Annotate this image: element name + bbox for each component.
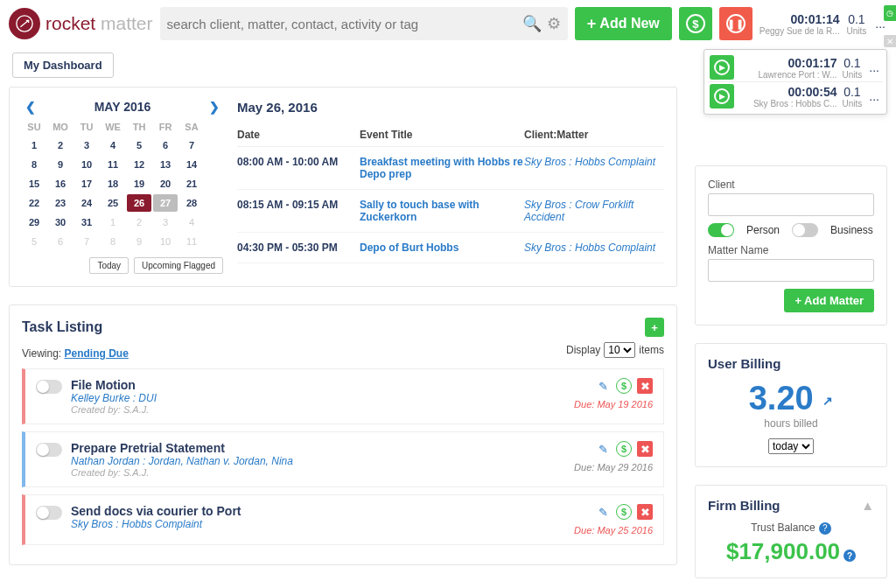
cal-day[interactable]: 9: [127, 233, 151, 250]
cal-day[interactable]: 27: [153, 194, 178, 212]
collapse-icon[interactable]: ▲: [861, 498, 874, 513]
logo[interactable]: rocket matter: [9, 8, 153, 39]
timer-pause-button[interactable]: ❚❚: [719, 7, 752, 40]
edit-icon[interactable]: ✎: [595, 504, 611, 520]
col-title: Event Title: [360, 129, 524, 141]
event-row: 08:00 AM - 10:00 AMBreakfast meeting wit…: [237, 147, 664, 190]
cal-day[interactable]: 4: [179, 214, 204, 231]
task-toggle[interactable]: [36, 443, 62, 457]
cal-day[interactable]: 17: [74, 175, 99, 192]
cal-day[interactable]: 11: [101, 156, 125, 173]
event-title[interactable]: Breakfast meeting with Hobbs re Depo pre…: [360, 156, 524, 180]
cal-day[interactable]: 2: [127, 214, 151, 231]
task-toggle[interactable]: [36, 506, 62, 520]
cal-day[interactable]: 6: [48, 233, 73, 250]
timer-menu[interactable]: ...: [867, 60, 881, 74]
cal-today-button[interactable]: Today: [89, 257, 129, 274]
stopwatch-tab[interactable]: ◷: [884, 5, 896, 21]
cal-day[interactable]: 7: [179, 136, 204, 154]
cal-day[interactable]: 8: [101, 233, 125, 250]
cal-day[interactable]: 26: [127, 194, 151, 212]
cal-day[interactable]: 13: [153, 156, 178, 173]
cal-day[interactable]: 15: [22, 175, 46, 192]
cal-day[interactable]: 30: [48, 214, 73, 231]
cal-day[interactable]: 2: [48, 136, 73, 154]
cal-day[interactable]: 11: [179, 233, 204, 250]
cal-day[interactable]: 1: [22, 136, 46, 154]
cal-flagged-button[interactable]: Upcoming Flagged: [134, 257, 223, 274]
event-title[interactable]: Depo of Burt Hobbs: [360, 242, 524, 254]
client-input[interactable]: [708, 193, 874, 216]
task-client-matter[interactable]: Nathan Jordan : Jordan, Nathan v. Jordan…: [71, 455, 565, 467]
delete-icon[interactable]: ✖: [637, 378, 653, 394]
event-title[interactable]: Sally to touch base with Zuckerkorn: [360, 199, 524, 223]
timer-menu[interactable]: ...: [867, 89, 881, 103]
gear-icon[interactable]: ⚙: [547, 14, 561, 33]
search-icon[interactable]: 🔍: [522, 14, 542, 33]
cal-day[interactable]: 5: [127, 136, 151, 154]
cal-day[interactable]: 31: [74, 214, 99, 231]
task-listing-title: Task Listing: [22, 319, 102, 335]
cal-prev-button[interactable]: ❮: [25, 100, 36, 114]
cal-day[interactable]: 5: [22, 233, 46, 250]
cal-day[interactable]: 3: [153, 214, 178, 231]
external-link-icon[interactable]: ↗: [822, 394, 833, 408]
matter-name-input[interactable]: [708, 259, 874, 282]
search-bar[interactable]: 🔍 ⚙: [160, 7, 568, 40]
search-input[interactable]: [167, 17, 522, 32]
cal-day[interactable]: 20: [153, 175, 178, 192]
help-icon[interactable]: ?: [819, 522, 831, 535]
bill-icon[interactable]: $: [616, 441, 632, 457]
main-timer-display[interactable]: 00:01:14 Peggy Sue de la R...: [760, 12, 840, 36]
cal-day[interactable]: 4: [101, 136, 125, 154]
task-client-matter[interactable]: Kelley Burke : DUI: [71, 392, 565, 404]
cal-day[interactable]: 28: [179, 194, 204, 212]
cal-day[interactable]: 23: [48, 194, 73, 212]
billing-button[interactable]: $: [679, 7, 712, 40]
add-matter-button[interactable]: Add Matter: [784, 289, 874, 312]
timer-play-button[interactable]: ▶: [710, 55, 734, 80]
cal-day[interactable]: 25: [101, 194, 125, 212]
bill-icon[interactable]: $: [616, 504, 632, 520]
bill-icon[interactable]: $: [616, 378, 632, 394]
display-count-select[interactable]: 10: [604, 342, 635, 358]
timer-play-button[interactable]: ▶: [710, 84, 734, 108]
task-toggle[interactable]: [36, 380, 62, 394]
trust-balance-amount: $17,900.00: [726, 538, 840, 564]
task-viewing-link[interactable]: Pending Due: [64, 347, 128, 360]
user-billing-period-select[interactable]: today: [768, 438, 814, 454]
cal-day[interactable]: 9: [48, 156, 73, 173]
add-new-button[interactable]: +Add New: [575, 7, 672, 40]
help-icon[interactable]: ?: [844, 550, 856, 562]
cal-day[interactable]: 1: [101, 214, 125, 231]
cal-day[interactable]: 19: [127, 175, 151, 192]
cal-day[interactable]: 29: [22, 214, 46, 231]
cal-day[interactable]: 21: [179, 175, 204, 192]
delete-icon[interactable]: ✖: [637, 504, 653, 520]
cal-day[interactable]: 18: [101, 175, 125, 192]
event-client-matter[interactable]: Sky Bros : Crow Forklift Accident: [524, 199, 664, 223]
business-toggle[interactable]: [792, 223, 818, 237]
cal-day[interactable]: 22: [22, 194, 46, 212]
close-timer-button[interactable]: ✕: [884, 35, 896, 47]
cal-day[interactable]: 16: [48, 175, 73, 192]
cal-day[interactable]: 24: [74, 194, 99, 212]
event-client-matter[interactable]: Sky Bros : Hobbs Complaint: [524, 156, 664, 168]
cal-day[interactable]: 6: [153, 136, 178, 154]
task-client-matter[interactable]: Sky Bros : Hobbs Complaint: [71, 518, 565, 530]
person-toggle[interactable]: [708, 223, 734, 237]
cal-next-button[interactable]: ❯: [209, 100, 220, 114]
delete-icon[interactable]: ✖: [637, 441, 653, 457]
cal-day[interactable]: 3: [74, 136, 99, 154]
add-task-button[interactable]: +: [645, 318, 664, 337]
edit-icon[interactable]: ✎: [595, 441, 611, 457]
event-client-matter[interactable]: Sky Bros : Hobbs Complaint: [524, 242, 664, 254]
cal-day[interactable]: 8: [22, 156, 46, 173]
tab-my-dashboard[interactable]: My Dashboard: [12, 52, 114, 78]
cal-day[interactable]: 10: [74, 156, 99, 173]
cal-day[interactable]: 7: [74, 233, 99, 250]
cal-day[interactable]: 12: [127, 156, 151, 173]
edit-icon[interactable]: ✎: [595, 378, 611, 394]
cal-day[interactable]: 10: [153, 233, 178, 250]
cal-day[interactable]: 14: [179, 156, 204, 173]
